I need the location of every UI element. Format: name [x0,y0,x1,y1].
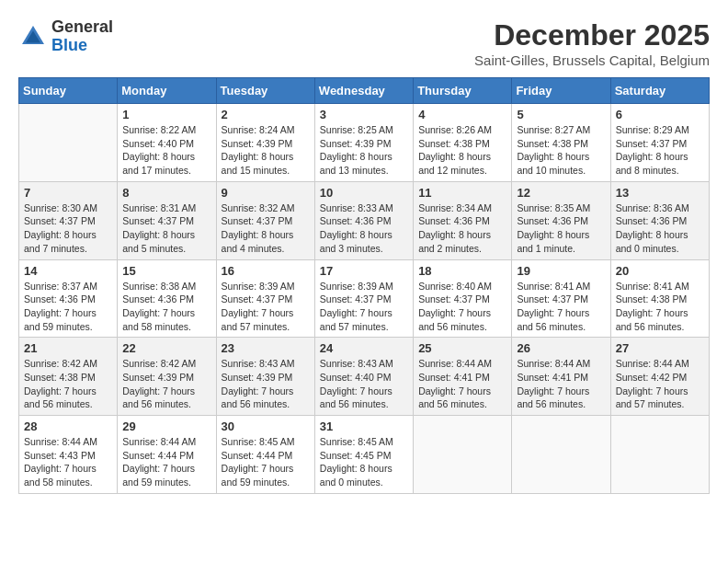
day-info: Sunrise: 8:35 AM Sunset: 4:36 PM Dayligh… [517,201,605,256]
calendar-cell [414,416,512,494]
weekday-header-monday: Monday [118,78,216,104]
day-number: 28 [24,419,112,433]
calendar-subtitle: Saint-Gilles, Brussels Capital, Belgium [474,52,710,68]
weekday-header-friday: Friday [512,78,610,104]
weekday-header-thursday: Thursday [414,78,512,104]
day-number: 10 [320,186,408,200]
logo-blue: Blue [51,37,113,55]
calendar-cell: 18Sunrise: 8:40 AM Sunset: 4:37 PM Dayli… [414,259,512,338]
calendar-cell: 29Sunrise: 8:44 AM Sunset: 4:44 PM Dayli… [118,416,216,494]
day-info: Sunrise: 8:37 AM Sunset: 4:36 PM Dayligh… [24,280,112,334]
day-number: 25 [418,341,506,355]
day-number: 3 [320,108,408,121]
calendar-cell: 28Sunrise: 8:44 AM Sunset: 4:43 PM Dayli… [19,416,118,494]
calendar-cell: 26Sunrise: 8:44 AM Sunset: 4:41 PM Dayli… [512,338,610,416]
day-number: 16 [222,264,310,278]
day-number: 30 [222,419,310,433]
calendar-cell: 15Sunrise: 8:38 AM Sunset: 4:36 PM Dayli… [118,259,216,338]
day-number: 29 [122,419,210,433]
day-number: 6 [616,108,704,121]
day-number: 5 [517,108,605,121]
day-info: Sunrise: 8:42 AM Sunset: 4:38 PM Dayligh… [24,357,112,411]
day-info: Sunrise: 8:24 AM Sunset: 4:39 PM Dayligh… [222,123,310,178]
day-info: Sunrise: 8:36 AM Sunset: 4:36 PM Dayligh… [616,201,704,256]
day-info: Sunrise: 8:43 AM Sunset: 4:40 PM Dayligh… [320,357,408,411]
calendar-table: SundayMondayTuesdayWednesdayThursdayFrid… [18,77,710,494]
day-number: 20 [616,264,704,278]
week-row-2: 7Sunrise: 8:30 AM Sunset: 4:37 PM Daylig… [19,181,710,259]
calendar-cell: 22Sunrise: 8:42 AM Sunset: 4:39 PM Dayli… [118,338,216,416]
day-info: Sunrise: 8:30 AM Sunset: 4:37 PM Dayligh… [24,201,112,256]
calendar-cell: 30Sunrise: 8:45 AM Sunset: 4:44 PM Dayli… [216,416,314,494]
day-info: Sunrise: 8:33 AM Sunset: 4:36 PM Dayligh… [320,201,408,256]
calendar-cell: 16Sunrise: 8:39 AM Sunset: 4:37 PM Dayli… [216,259,314,338]
calendar-cell: 11Sunrise: 8:34 AM Sunset: 4:36 PM Dayli… [414,181,512,259]
calendar-cell: 24Sunrise: 8:43 AM Sunset: 4:40 PM Dayli… [314,338,413,416]
day-info: Sunrise: 8:42 AM Sunset: 4:39 PM Dayligh… [122,357,210,411]
calendar-cell: 19Sunrise: 8:41 AM Sunset: 4:37 PM Dayli… [512,259,610,338]
day-number: 22 [122,341,210,355]
calendar-cell: 17Sunrise: 8:39 AM Sunset: 4:37 PM Dayli… [314,259,413,338]
day-info: Sunrise: 8:32 AM Sunset: 4:37 PM Dayligh… [222,201,310,256]
calendar-cell: 4Sunrise: 8:26 AM Sunset: 4:38 PM Daylig… [414,104,512,182]
calendar-cell [512,416,610,494]
day-number: 24 [320,341,408,355]
week-row-5: 28Sunrise: 8:44 AM Sunset: 4:43 PM Dayli… [19,416,710,494]
calendar-cell: 8Sunrise: 8:31 AM Sunset: 4:37 PM Daylig… [118,181,216,259]
day-info: Sunrise: 8:27 AM Sunset: 4:38 PM Dayligh… [517,123,605,178]
calendar-cell: 9Sunrise: 8:32 AM Sunset: 4:37 PM Daylig… [216,181,314,259]
day-info: Sunrise: 8:34 AM Sunset: 4:36 PM Dayligh… [418,201,506,256]
calendar-cell: 10Sunrise: 8:33 AM Sunset: 4:36 PM Dayli… [314,181,413,259]
day-info: Sunrise: 8:45 AM Sunset: 4:44 PM Dayligh… [222,435,310,489]
day-number: 17 [320,264,408,278]
calendar-cell: 25Sunrise: 8:44 AM Sunset: 4:41 PM Dayli… [414,338,512,416]
day-number: 4 [418,108,506,121]
day-info: Sunrise: 8:44 AM Sunset: 4:41 PM Dayligh… [418,357,506,411]
day-number: 1 [122,108,210,121]
calendar-cell [19,104,118,182]
calendar-cell: 27Sunrise: 8:44 AM Sunset: 4:42 PM Dayli… [610,338,709,416]
day-info: Sunrise: 8:40 AM Sunset: 4:37 PM Dayligh… [418,280,506,334]
day-info: Sunrise: 8:44 AM Sunset: 4:42 PM Dayligh… [616,357,704,411]
day-info: Sunrise: 8:31 AM Sunset: 4:37 PM Dayligh… [122,201,210,256]
calendar-cell: 20Sunrise: 8:41 AM Sunset: 4:38 PM Dayli… [610,259,709,338]
calendar-cell: 5Sunrise: 8:27 AM Sunset: 4:38 PM Daylig… [512,104,610,182]
day-info: Sunrise: 8:44 AM Sunset: 4:41 PM Dayligh… [517,357,605,411]
day-info: Sunrise: 8:22 AM Sunset: 4:40 PM Dayligh… [122,123,210,178]
day-number: 7 [24,186,112,200]
weekday-header-sunday: Sunday [19,78,118,104]
weekday-header-tuesday: Tuesday [216,78,314,104]
logo-general: General [51,18,113,37]
day-number: 31 [320,419,408,433]
day-number: 18 [418,264,506,278]
calendar-cell [610,416,709,494]
week-row-4: 21Sunrise: 8:42 AM Sunset: 4:38 PM Dayli… [19,338,710,416]
day-number: 27 [616,341,704,355]
calendar-cell: 1Sunrise: 8:22 AM Sunset: 4:40 PM Daylig… [118,104,216,182]
logo-text: General Blue [51,18,113,55]
calendar-cell: 7Sunrise: 8:30 AM Sunset: 4:37 PM Daylig… [19,181,118,259]
logo: General Blue [18,18,113,55]
day-number: 13 [616,186,704,200]
day-info: Sunrise: 8:43 AM Sunset: 4:39 PM Dayligh… [222,357,310,411]
day-number: 23 [222,341,310,355]
day-info: Sunrise: 8:26 AM Sunset: 4:38 PM Dayligh… [418,123,506,178]
title-area: December 2025 Saint-Gilles, Brussels Cap… [474,18,710,68]
day-number: 21 [24,341,112,355]
calendar-title: December 2025 [474,18,710,52]
calendar-cell: 14Sunrise: 8:37 AM Sunset: 4:36 PM Dayli… [19,259,118,338]
calendar-cell: 21Sunrise: 8:42 AM Sunset: 4:38 PM Dayli… [19,338,118,416]
day-number: 2 [222,108,310,121]
day-number: 9 [222,186,310,200]
calendar-cell: 31Sunrise: 8:45 AM Sunset: 4:45 PM Dayli… [314,416,413,494]
calendar-cell: 2Sunrise: 8:24 AM Sunset: 4:39 PM Daylig… [216,104,314,182]
page-header: General Blue December 2025 Saint-Gilles,… [18,18,710,68]
day-info: Sunrise: 8:38 AM Sunset: 4:36 PM Dayligh… [122,280,210,334]
calendar-cell: 6Sunrise: 8:29 AM Sunset: 4:37 PM Daylig… [610,104,709,182]
calendar-cell: 3Sunrise: 8:25 AM Sunset: 4:39 PM Daylig… [314,104,413,182]
logo-icon [18,22,48,52]
day-number: 19 [517,264,605,278]
day-info: Sunrise: 8:29 AM Sunset: 4:37 PM Dayligh… [616,123,704,178]
week-row-3: 14Sunrise: 8:37 AM Sunset: 4:36 PM Dayli… [19,259,710,338]
day-info: Sunrise: 8:39 AM Sunset: 4:37 PM Dayligh… [222,280,310,334]
